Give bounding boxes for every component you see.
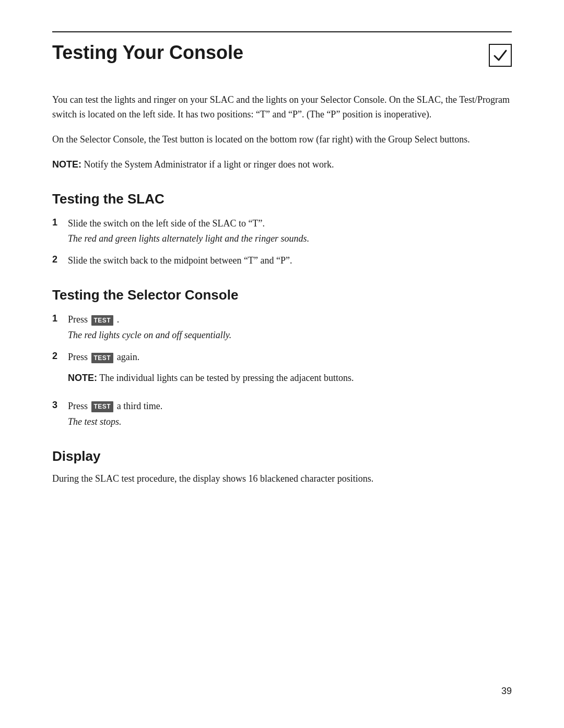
slac-step-2-main: Slide the switch back to the midpoint be…	[68, 255, 292, 266]
selector-step-1-number: 1	[52, 313, 68, 324]
selector-step-2-content: Press TEST again. NOTE: The individual l…	[68, 350, 512, 392]
selector-step-3-italic: The test stops.	[68, 415, 512, 429]
selector-step-1-content: Press TEST . The red lights cycle on and…	[68, 313, 512, 343]
display-body: During the SLAC test procedure, the disp…	[52, 472, 512, 486]
selector-step-1-italic: The red lights cycle on and off sequenti…	[68, 328, 512, 343]
selector-step-3-number: 3	[52, 399, 68, 411]
test-badge-2: TEST	[91, 353, 114, 364]
slac-step-1-content: Slide the switch on the left side of the…	[68, 217, 512, 247]
page: Testing Your Console You can test the li…	[0, 0, 564, 728]
slac-step-2: 2 Slide the switch back to the midpoint …	[52, 254, 512, 268]
selector-step-3-main: Press TEST a third time.	[68, 401, 162, 411]
slac-step-1-number: 1	[52, 217, 68, 228]
note-label-2: NOTE:	[68, 373, 97, 383]
selector-step-2-number: 2	[52, 350, 68, 362]
checkbox-icon	[489, 44, 512, 67]
slac-step-1: 1 Slide the switch on the left side of t…	[52, 217, 512, 247]
section-slac-heading: Testing the SLAC	[52, 191, 512, 207]
slac-step-1-italic: The red and green lights alternately lig…	[68, 232, 512, 246]
note-label: NOTE:	[52, 159, 81, 170]
section-selector-heading: Testing the Selector Console	[52, 287, 512, 303]
selector-step-1: 1 Press TEST . The red lights cycle on a…	[52, 313, 512, 343]
test-badge-3: TEST	[91, 401, 114, 412]
slac-step-1-main: Slide the switch on the left side of the…	[68, 218, 265, 229]
slac-step-2-content: Slide the switch back to the midpoint be…	[68, 254, 512, 268]
selector-step-list: 1 Press TEST . The red lights cycle on a…	[52, 313, 512, 429]
slac-step-2-number: 2	[52, 254, 68, 265]
selector-step-1-main: Press TEST .	[68, 314, 119, 325]
selector-step-2-main: Press TEST again.	[68, 352, 139, 362]
selector-step-2-note: NOTE: The individual lights can be teste…	[68, 371, 512, 386]
page-header: Testing Your Console	[52, 31, 512, 67]
intro-paragraph-1: You can test the lights and ringer on yo…	[52, 93, 512, 122]
page-title: Testing Your Console	[52, 42, 243, 64]
page-number: 39	[501, 686, 512, 697]
display-heading: Display	[52, 448, 512, 464]
display-section: Display During the SLAC test procedure, …	[52, 448, 512, 486]
selector-step-3-content: Press TEST a third time. The test stops.	[68, 399, 512, 429]
test-badge-1: TEST	[91, 315, 114, 326]
intro-paragraph-2: On the Selector Console, the Test button…	[52, 133, 512, 147]
note-body: Notify the System Administrator if a lig…	[84, 159, 334, 170]
note-body-2: The individual lights can be tested by p…	[99, 373, 354, 383]
slac-step-list: 1 Slide the switch on the left side of t…	[52, 217, 512, 269]
selector-step-3: 3 Press TEST a third time. The test stop…	[52, 399, 512, 429]
intro-note: NOTE: Notify the System Administrator if…	[52, 158, 512, 172]
selector-step-2: 2 Press TEST again. NOTE: The individual…	[52, 350, 512, 392]
